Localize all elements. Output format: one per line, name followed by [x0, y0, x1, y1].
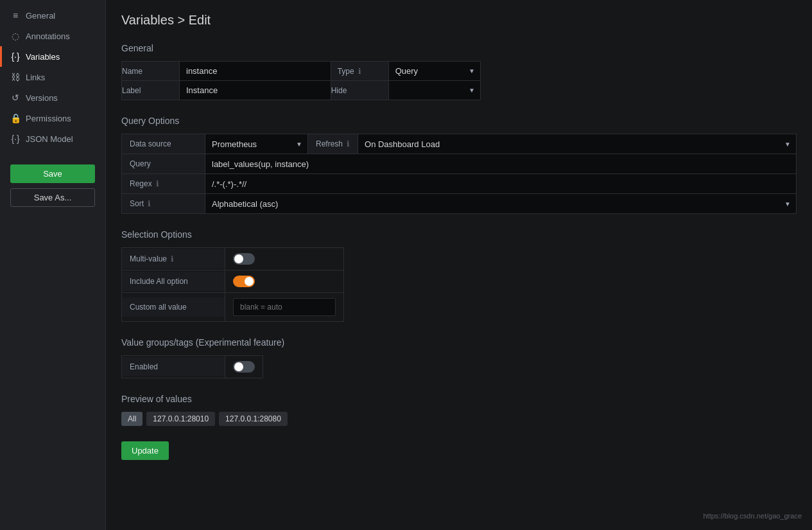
refresh-select-wrap: Never On Dashboard Load On Time Range Ch…: [358, 134, 796, 154]
sidebar-item-general[interactable]: ≡ General: [0, 5, 105, 26]
preview-all-tag: All: [121, 412, 143, 426]
label-row: Label Hide Label Variable ▼: [122, 81, 481, 100]
regex-label: Regex: [130, 179, 152, 188]
name-value-cell: [180, 62, 331, 81]
preview-value-2: 127.0.0.1:28080: [219, 412, 288, 426]
general-form-table: Name Type ℹ Query Custom Textbox: [121, 61, 481, 100]
sidebar-item-json-model[interactable]: {·} JSON Model: [0, 128, 105, 149]
preview-section: Preview of values All 127.0.0.1:28010 12…: [121, 394, 797, 426]
name-input[interactable]: [180, 62, 331, 80]
custom-all-label: Custom all value: [130, 303, 187, 312]
preview-tags: All 127.0.0.1:28010 127.0.0.1:28080: [121, 412, 797, 426]
refresh-select[interactable]: Never On Dashboard Load On Time Range Ch…: [358, 135, 796, 154]
custom-all-input-cell: [225, 293, 344, 322]
selection-options-section: Selection Options Multi-value ℹ: [121, 229, 797, 322]
enabled-toggle[interactable]: [233, 361, 255, 373]
type-select[interactable]: Query Custom Textbox Constant Datasource…: [389, 62, 480, 80]
label-value-cell: [180, 81, 331, 100]
refresh-info-icon[interactable]: ℹ: [347, 139, 350, 148]
sidebar-item-links[interactable]: ⛓ Links: [0, 67, 105, 87]
hide-label: Hide: [331, 81, 388, 100]
save-button[interactable]: Save: [10, 164, 95, 183]
sort-label: Sort: [130, 199, 144, 208]
sidebar-item-permissions[interactable]: 🔒 Permissions: [0, 108, 105, 128]
multi-value-label: Multi-value: [130, 254, 167, 263]
datasource-select[interactable]: Prometheus default: [205, 135, 307, 154]
general-section-title: General: [121, 43, 797, 53]
update-button[interactable]: Update: [121, 441, 169, 460]
hide-select[interactable]: Label Variable: [389, 81, 480, 100]
regex-info-icon[interactable]: ℹ: [156, 179, 159, 188]
sidebar-item-annotations[interactable]: ◌ Annotations: [0, 26, 105, 46]
permissions-icon: 🔒: [10, 113, 21, 123]
multi-value-toggle[interactable]: [233, 253, 255, 265]
include-all-toggle-cell: [225, 270, 344, 293]
regex-row: Regex ℹ: [121, 174, 797, 194]
regex-label-cell: Regex ℹ: [122, 174, 205, 193]
sidebar-item-versions[interactable]: ↺ Versions: [0, 87, 105, 108]
sidebar-item-label: General: [26, 11, 55, 21]
sidebar: ≡ General ◌ Annotations {·} Variables ⛓ …: [0, 0, 106, 530]
page-title: Variables > Edit: [121, 13, 797, 28]
multi-value-row: Multi-value ℹ: [122, 248, 344, 270]
annotations-icon: ◌: [10, 31, 21, 41]
custom-all-input[interactable]: [233, 298, 336, 316]
preview-title: Preview of values: [121, 394, 797, 404]
value-groups-title: Value groups/tags (Experimental feature): [121, 337, 797, 348]
sort-label-cell: Sort ℹ: [122, 194, 205, 213]
sidebar-item-variables[interactable]: {·} Variables: [0, 46, 105, 67]
main-content: Variables > Edit General Name Type ℹ: [106, 0, 812, 530]
multi-value-info-icon[interactable]: ℹ: [171, 254, 174, 263]
name-label: Name: [122, 62, 180, 81]
sidebar-item-label: Versions: [26, 93, 58, 103]
sidebar-item-label: JSON Model: [26, 134, 73, 144]
include-all-toggle[interactable]: [233, 276, 255, 287]
name-row: Name Type ℹ Query Custom Textbox: [122, 62, 481, 81]
type-label: Type: [338, 67, 354, 76]
preview-value-1: 127.0.0.1:28010: [146, 412, 215, 426]
datasource-row: Data source Prometheus default ▼ Refresh…: [121, 134, 797, 154]
sidebar-buttons: Save Save As...: [0, 154, 105, 217]
sort-info-icon[interactable]: ℹ: [148, 199, 151, 208]
footer-note: https://blog.csdn.net/gao_grace: [704, 512, 802, 520]
include-all-label: Include All option: [130, 277, 188, 286]
sidebar-item-label: Variables: [26, 52, 60, 62]
enabled-label: Enabled: [130, 362, 158, 371]
selection-options-title: Selection Options: [121, 229, 797, 240]
json-model-icon: {·}: [10, 134, 21, 144]
multi-value-slider: [233, 253, 255, 265]
sidebar-item-label: Links: [26, 73, 45, 82]
query-label: Query: [122, 154, 205, 173]
label-input[interactable]: [180, 81, 331, 100]
general-section: General Name Type ℹ Query: [121, 43, 797, 100]
multi-value-toggle-cell: [225, 248, 344, 270]
versions-icon: ↺: [10, 93, 21, 103]
label-label: Label: [122, 81, 180, 100]
save-as-button[interactable]: Save As...: [10, 188, 95, 207]
refresh-label-cell: Refresh ℹ: [308, 134, 358, 154]
variables-icon: {·}: [10, 51, 21, 62]
regex-input[interactable]: [205, 174, 796, 193]
query-input[interactable]: [205, 154, 796, 173]
sort-arrow-icon: ▼: [784, 200, 791, 208]
type-info-icon[interactable]: ℹ: [358, 67, 361, 76]
sidebar-item-label: Annotations: [26, 31, 70, 41]
custom-all-row: Custom all value: [122, 293, 344, 322]
include-all-slider: [233, 276, 255, 287]
datasource-select-wrap: Prometheus default ▼: [205, 134, 308, 154]
datasource-label: Data source: [122, 134, 205, 154]
value-groups-section: Value groups/tags (Experimental feature)…: [121, 337, 797, 378]
hide-select-cell: Label Variable ▼: [388, 81, 480, 100]
links-icon: ⛓: [10, 72, 21, 82]
enabled-row: Enabled: [122, 356, 263, 378]
type-label-cell: Type ℹ: [331, 62, 388, 81]
query-row: Query: [121, 154, 797, 174]
sort-select[interactable]: Disabled Alphabetical (asc) Alphabetical…: [205, 195, 321, 213]
custom-all-label-cell: Custom all value: [122, 293, 225, 322]
enabled-toggle-cell: [225, 356, 263, 378]
value-groups-table: Enabled: [121, 355, 263, 378]
query-options-section: Query Options Data source Prometheus def…: [121, 116, 797, 214]
selection-options-table: Multi-value ℹ Include All: [121, 247, 344, 322]
sort-select-wrap: Disabled Alphabetical (asc) Alphabetical…: [205, 194, 796, 213]
enabled-label-cell: Enabled: [122, 356, 225, 378]
